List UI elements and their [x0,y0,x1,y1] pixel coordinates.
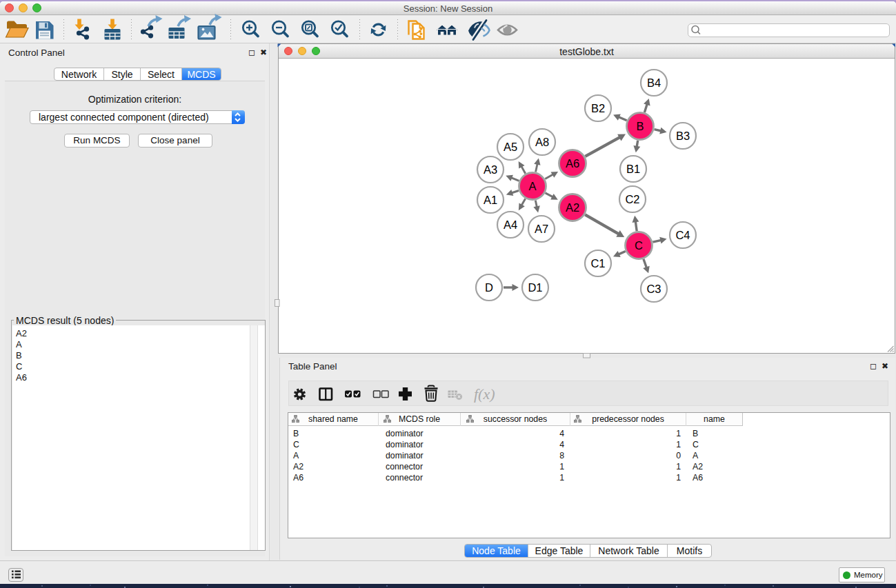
svg-text:B1: B1 [626,163,640,175]
svg-text:A4: A4 [504,219,517,231]
svg-text:A1: A1 [484,194,497,206]
svg-text:A: A [528,180,536,192]
svg-text:C: C [635,239,643,252]
svg-text:B2: B2 [591,102,605,114]
svg-text:A3: A3 [484,163,497,176]
svg-text:D1: D1 [528,281,542,294]
svg-text:A2: A2 [566,201,579,214]
svg-text:B4: B4 [647,77,661,89]
svg-text:D: D [485,281,493,294]
svg-text:B: B [636,120,644,132]
svg-text:A5: A5 [504,141,517,153]
svg-text:C4: C4 [675,229,690,241]
svg-text:C2: C2 [625,193,639,205]
svg-text:C3: C3 [646,283,661,295]
svg-text:A7: A7 [535,223,548,235]
svg-text:B3: B3 [676,130,690,142]
svg-text:A8: A8 [535,136,549,148]
svg-text:C1: C1 [590,257,605,270]
svg-text:A6: A6 [566,157,579,170]
